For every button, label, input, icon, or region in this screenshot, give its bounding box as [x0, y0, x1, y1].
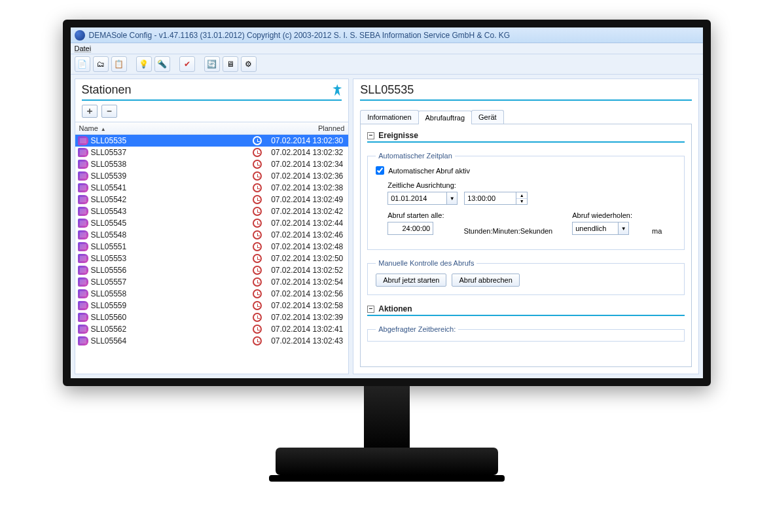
station-row[interactable]: SLL0555307.02.2014 13:02:50 [75, 253, 349, 264]
station-icon [78, 171, 88, 181]
station-row[interactable]: SLL0554807.02.2014 13:02:46 [75, 229, 349, 241]
clock-icon [253, 207, 262, 216]
station-row[interactable]: SLL0555607.02.2014 13:02:52 [75, 264, 349, 276]
time-input[interactable] [464, 192, 516, 205]
stations-list[interactable]: SLL0553507.02.2014 13:02:30SLL0553707.02… [75, 135, 349, 374]
chevron-down-icon[interactable]: ▼ [446, 192, 458, 205]
station-icon [78, 254, 88, 263]
toolbar-btn-3[interactable]: 📋 [111, 56, 127, 72]
chk-auto-abruf[interactable]: Automatischer Abruf aktiv [376, 166, 675, 175]
app-window: DEMASole Config - v1.47.1163 (31.01.2012… [71, 27, 703, 378]
toolbar-btn-gears[interactable]: ⚙ [241, 56, 257, 72]
toolbar-btn-light-off[interactable]: 🔦 [154, 56, 170, 72]
station-row[interactable]: SLL0556007.02.2014 13:02:39 [75, 311, 349, 323]
station-planned: 07.02.2014 13:02:32 [264, 148, 348, 157]
add-station-button[interactable]: ＋ [82, 105, 98, 118]
station-planned: 07.02.2014 13:02:38 [264, 183, 348, 192]
section-ereignisse: − Ereignisse [367, 131, 684, 140]
station-planned: 07.02.2014 13:02:49 [264, 195, 348, 204]
group-zeitbereich: Abgefragter Zeitbereich: [367, 325, 684, 342]
time-spinner[interactable]: ▲▼ [464, 192, 528, 205]
clock-icon [253, 136, 262, 145]
stations-list-header: Name▲ Planned [75, 122, 349, 135]
station-icon [78, 183, 88, 192]
tab-abrufauftrag[interactable]: Abrufauftrag [418, 111, 473, 124]
station-icon [78, 148, 88, 157]
menu-datei[interactable]: Datei [75, 44, 92, 52]
station-row[interactable]: SLL0554307.02.2014 13:02:42 [75, 205, 349, 217]
spin-down-icon[interactable]: ▼ [516, 199, 527, 205]
clock-icon [253, 254, 262, 263]
station-name: SLL05538 [91, 160, 251, 169]
station-row[interactable]: SLL0555907.02.2014 13:02:58 [75, 300, 349, 311]
toolbar-btn-monitor[interactable]: 🖥 [223, 56, 238, 72]
station-name: SLL05553 [91, 254, 251, 263]
station-planned: 07.02.2014 13:02:42 [264, 207, 348, 216]
station-row[interactable]: SLL0553707.02.2014 13:02:32 [75, 147, 349, 158]
station-row[interactable]: SLL0553807.02.2014 13:02:34 [75, 158, 349, 170]
station-planned: 07.02.2014 13:02:52 [264, 266, 348, 275]
station-name: SLL05560 [91, 313, 251, 322]
clock-icon [253, 183, 262, 192]
remove-station-button[interactable]: － [101, 105, 117, 118]
station-row[interactable]: SLL0555107.02.2014 13:02:48 [75, 241, 349, 253]
station-icon [78, 266, 88, 275]
toolbar-btn-2[interactable]: 🗂 [93, 56, 109, 72]
station-planned: 07.02.2014 13:02:54 [264, 277, 348, 287]
interval-input[interactable] [387, 222, 433, 235]
repeat-input[interactable] [572, 222, 618, 235]
station-planned: 07.02.2014 13:02:41 [264, 325, 348, 334]
repeat-combo[interactable]: ▼ [572, 222, 632, 235]
station-icon [78, 325, 88, 334]
btn-abruf-start[interactable]: Abruf jetzt starten [376, 274, 446, 287]
label-ausrichtung: Zeitliche Ausrichtung: [387, 181, 675, 189]
tab-geraet[interactable]: Gerät [471, 110, 504, 124]
station-row[interactable]: SLL0554207.02.2014 13:02:49 [75, 194, 349, 205]
label-wiederholen: Abruf wiederholen: [572, 211, 632, 219]
station-row[interactable]: SLL0554107.02.2014 13:02:38 [75, 182, 349, 194]
toolbar-btn-refresh[interactable]: 🔄 [204, 56, 220, 72]
clock-icon [253, 301, 262, 310]
station-row[interactable]: SLL0554507.02.2014 13:02:44 [75, 217, 349, 229]
toolbar-btn-check[interactable]: ✔ [179, 56, 195, 72]
station-row[interactable]: SLL0556207.02.2014 13:02:41 [75, 323, 349, 335]
chk-auto-abruf-input[interactable] [376, 166, 384, 175]
station-name: SLL05541 [91, 183, 251, 192]
btn-abruf-cancel[interactable]: Abruf abbrechen [452, 274, 519, 287]
clock-icon [253, 266, 262, 275]
station-row[interactable]: SLL0556407.02.2014 13:02:43 [75, 335, 349, 347]
col-clock-icon[interactable] [247, 122, 264, 134]
label-einheit: Stunden:Minuten:Sekunden [463, 227, 552, 235]
col-name[interactable]: Name▲ [75, 122, 248, 134]
toolbar-btn-light-on[interactable]: 💡 [136, 56, 152, 72]
station-row[interactable]: SLL0555807.02.2014 13:02:56 [75, 288, 349, 300]
titlebar: DEMASole Config - v1.47.1163 (31.01.2012… [71, 27, 703, 43]
date-input[interactable] [387, 192, 446, 205]
detail-panel: SLL05535 Informationen Abrufauftrag Gerä… [353, 79, 698, 374]
station-planned: 07.02.2014 13:02:46 [264, 230, 348, 239]
station-row[interactable]: SLL0555707.02.2014 13:02:54 [75, 276, 349, 288]
date-combo[interactable]: ▼ [387, 192, 458, 205]
spin-up-icon[interactable]: ▲ [516, 192, 527, 199]
station-row[interactable]: SLL0553907.02.2014 13:02:36 [75, 170, 349, 182]
col-planned[interactable]: Planned [264, 122, 348, 134]
chevron-down-icon[interactable]: ▼ [618, 222, 629, 235]
clock-icon [253, 289, 262, 298]
expander-icon[interactable]: − [367, 306, 374, 313]
station-icon [78, 301, 88, 310]
expander-icon[interactable]: − [367, 132, 374, 139]
station-name: SLL05556 [91, 266, 251, 275]
clock-icon [253, 148, 262, 157]
station-row[interactable]: SLL0553507.02.2014 13:02:30 [75, 135, 349, 147]
station-name: SLL05539 [91, 171, 251, 181]
app-icon [75, 30, 85, 41]
station-icon [78, 277, 88, 287]
toolbar-btn-1[interactable]: 📄 [75, 56, 90, 72]
label-mal: ma [652, 227, 662, 235]
clock-icon [253, 160, 262, 169]
group-manuelle: Manuelle Kontrolle des Abrufs Abruf jetz… [367, 259, 684, 295]
tab-informationen[interactable]: Informationen [360, 110, 418, 124]
walker-icon [333, 84, 342, 96]
station-name: SLL05558 [91, 289, 251, 298]
station-planned: 07.02.2014 13:02:58 [264, 301, 348, 310]
